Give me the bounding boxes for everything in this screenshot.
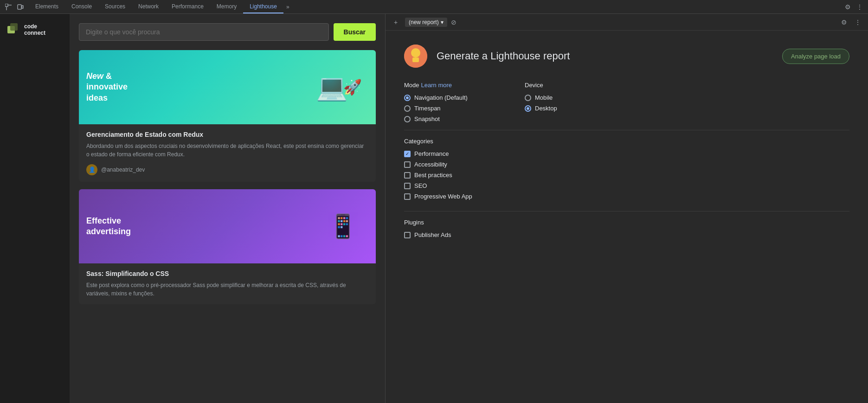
tab-performance[interactable]: Performance bbox=[165, 0, 210, 13]
performance-label: Performance bbox=[414, 150, 449, 157]
more-tabs-icon[interactable]: » bbox=[283, 0, 292, 13]
divider-1 bbox=[404, 130, 849, 130]
laptop-icon: 💻 bbox=[316, 72, 348, 102]
lighthouse-toolbar: + (new report) ▾ ⊘ ⚙ ⋮ bbox=[386, 14, 868, 31]
card-1-image-text: New & innovative ideas bbox=[86, 71, 128, 103]
snapshot-label: Snapshot bbox=[414, 115, 440, 122]
tab-network[interactable]: Network bbox=[132, 0, 165, 13]
tab-lighthouse[interactable]: Lighthouse bbox=[243, 0, 283, 13]
categories-group: ✓ Performance Accessibility Best practic… bbox=[404, 150, 849, 200]
logo-text: code connect bbox=[24, 23, 45, 37]
svg-rect-9 bbox=[412, 58, 419, 62]
desktop-label: Desktop bbox=[535, 105, 557, 112]
website-panel: code connect Buscar New & i bbox=[0, 14, 385, 403]
timespan-radio[interactable] bbox=[404, 105, 411, 112]
card-2-image-text: Effective advertising bbox=[86, 216, 131, 237]
mode-navigation[interactable]: Navigation (Default) bbox=[404, 94, 497, 101]
divider-2 bbox=[404, 211, 849, 211]
tab-elements[interactable]: Elements bbox=[29, 0, 65, 13]
tab-console[interactable]: Console bbox=[65, 0, 98, 13]
card-1-author: 👤 @anabeatriz_dev bbox=[86, 164, 368, 175]
card-2-body: Sass: Simplificando o CSS Este post expl… bbox=[79, 263, 376, 304]
tab-memory[interactable]: Memory bbox=[210, 0, 243, 13]
inspect-icon[interactable] bbox=[3, 1, 14, 13]
lighthouse-title: Generate a Lighthouse report bbox=[437, 50, 773, 62]
mode-snapshot[interactable]: Snapshot bbox=[404, 115, 497, 122]
navigation-radio[interactable] bbox=[404, 95, 411, 101]
svg-rect-3 bbox=[18, 5, 21, 9]
category-performance[interactable]: ✓ Performance bbox=[404, 150, 849, 157]
author-name: @anabeatriz_dev bbox=[101, 166, 145, 173]
publisher-ads-checkbox[interactable] bbox=[404, 232, 411, 238]
category-pwa[interactable]: Progressive Web App bbox=[404, 193, 849, 200]
tab-sources[interactable]: Sources bbox=[98, 0, 132, 13]
svg-rect-6 bbox=[10, 23, 18, 31]
category-accessibility[interactable]: Accessibility bbox=[404, 161, 849, 168]
card-1-image: New & innovative ideas 🚀 💻 bbox=[79, 50, 376, 124]
card-1-title: Gerenciamento de Estado com Redux bbox=[86, 131, 368, 138]
sidebar: code connect bbox=[0, 14, 70, 403]
devtools-panel: + (new report) ▾ ⊘ ⚙ ⋮ bbox=[385, 14, 868, 403]
mode-device-row: ModeLearn more Navigation (Default) Time… bbox=[404, 82, 849, 122]
category-seo[interactable]: SEO bbox=[404, 182, 849, 189]
device-mobile[interactable]: Mobile bbox=[525, 94, 617, 101]
plugins-section: Plugins Publisher Ads bbox=[404, 219, 849, 238]
device-label: Device bbox=[525, 82, 617, 89]
snapshot-radio[interactable] bbox=[404, 116, 411, 122]
mobile-label: Mobile bbox=[535, 94, 553, 101]
report-dropdown[interactable]: (new report) ▾ bbox=[405, 18, 447, 27]
best-practices-checkbox[interactable] bbox=[404, 172, 411, 179]
publisher-ads-label: Publisher Ads bbox=[414, 231, 451, 238]
svg-rect-10 bbox=[411, 62, 420, 64]
mode-timespan[interactable]: Timespan bbox=[404, 105, 497, 112]
accessibility-checkbox[interactable] bbox=[404, 161, 411, 168]
card-2: Effective advertising 📱 Sass: Simplifica… bbox=[79, 189, 376, 304]
plugin-publisher-ads[interactable]: Publisher Ads bbox=[404, 231, 849, 238]
lighthouse-main: Generate a Lighthouse report Analyze pag… bbox=[386, 31, 868, 403]
content-area: Buscar New & innovative ideas 🚀 💻 bbox=[70, 14, 385, 403]
cancel-report-button[interactable]: ⊘ bbox=[451, 19, 457, 26]
seo-label: SEO bbox=[414, 182, 427, 189]
device-desktop[interactable]: Desktop bbox=[525, 105, 617, 112]
devtools-topbar: Elements Console Sources Network Perform… bbox=[0, 0, 868, 14]
more-options-icon[interactable]: ⋮ bbox=[854, 1, 865, 13]
mode-radio-group: Navigation (Default) Timespan Snapshot bbox=[404, 94, 497, 122]
pwa-label: Progressive Web App bbox=[414, 193, 472, 200]
mobile-radio[interactable] bbox=[525, 95, 531, 101]
learn-more-link[interactable]: Learn more bbox=[421, 82, 452, 89]
lighthouse-settings-icon[interactable]: ⚙ bbox=[838, 17, 849, 28]
mode-section: ModeLearn more Navigation (Default) Time… bbox=[404, 82, 497, 122]
seo-checkbox[interactable] bbox=[404, 183, 411, 189]
navigation-label: Navigation (Default) bbox=[414, 94, 468, 101]
phone-icon: 📱 bbox=[328, 213, 357, 240]
device-radio-group: Mobile Desktop bbox=[525, 94, 617, 112]
svg-rect-0 bbox=[5, 4, 8, 6]
timespan-label: Timespan bbox=[414, 105, 441, 112]
lighthouse-header: Generate a Lighthouse report Analyze pag… bbox=[404, 45, 849, 68]
search-button[interactable]: Buscar bbox=[334, 23, 376, 41]
card-2-image: Effective advertising 📱 bbox=[79, 189, 376, 263]
device-toolbar-icon[interactable] bbox=[15, 1, 26, 13]
desktop-radio[interactable] bbox=[525, 105, 531, 112]
performance-checkbox[interactable]: ✓ bbox=[404, 151, 411, 157]
settings-icon[interactable]: ⚙ bbox=[842, 1, 853, 13]
card-2-title: Sass: Simplificando o CSS bbox=[86, 270, 368, 277]
card-2-desc: Este post explora como o pré-processador… bbox=[86, 281, 368, 298]
add-report-button[interactable]: + bbox=[390, 17, 401, 28]
author-avatar: 👤 bbox=[86, 164, 97, 175]
categories-label: Categories bbox=[404, 138, 849, 145]
svg-point-8 bbox=[411, 48, 420, 58]
search-input[interactable] bbox=[79, 23, 329, 41]
lighthouse-more-icon[interactable]: ⋮ bbox=[852, 17, 863, 28]
best-practices-label: Best practices bbox=[414, 172, 452, 179]
analyze-page-load-button[interactable]: Analyze page load bbox=[782, 49, 849, 64]
mode-label: ModeLearn more bbox=[404, 82, 497, 89]
categories-section: Categories ✓ Performance Accessibility B… bbox=[404, 138, 849, 200]
accessibility-label: Accessibility bbox=[414, 161, 447, 168]
pwa-checkbox[interactable] bbox=[404, 193, 411, 200]
search-bar: Buscar bbox=[79, 23, 376, 41]
logo-icon bbox=[7, 23, 20, 36]
logo-area: code connect bbox=[7, 23, 62, 37]
device-section: Device Mobile Desktop bbox=[525, 82, 617, 122]
category-best-practices[interactable]: Best practices bbox=[404, 172, 849, 179]
